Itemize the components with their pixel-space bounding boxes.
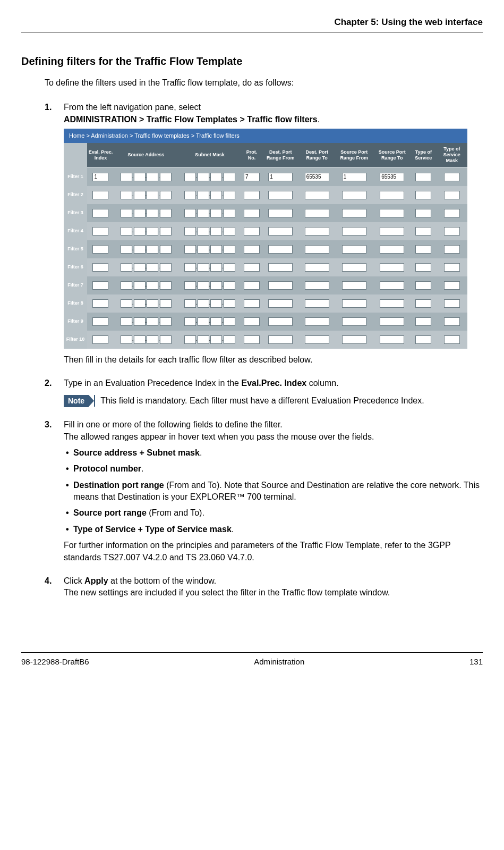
src-port-from-input[interactable] [342, 173, 366, 181]
tos-mask-input[interactable] [444, 245, 460, 254]
protocol-input[interactable] [244, 245, 260, 254]
dest-port-from-input[interactable] [268, 209, 293, 217]
ip-octet-input[interactable] [121, 299, 132, 308]
ip-octet-input[interactable] [224, 245, 235, 254]
tos-mask-input[interactable] [444, 191, 460, 199]
ip-octet-input[interactable] [224, 191, 235, 199]
src-port-to-input[interactable] [380, 335, 404, 344]
ip-octet-input[interactable] [210, 209, 222, 217]
eval-prec-input[interactable] [92, 209, 108, 217]
tos-input[interactable] [415, 209, 431, 217]
ip-octet-input[interactable] [147, 191, 158, 199]
ip-octet-input[interactable] [184, 173, 196, 181]
dest-port-to-input[interactable] [305, 173, 329, 181]
protocol-input[interactable] [244, 191, 260, 199]
dest-port-from-input[interactable] [268, 191, 293, 199]
ip-octet-input[interactable] [160, 191, 172, 199]
tos-input[interactable] [415, 281, 431, 290]
src-port-to-input[interactable] [380, 173, 404, 181]
tos-input[interactable] [415, 317, 431, 326]
ip-octet-input[interactable] [184, 263, 196, 272]
src-port-to-input[interactable] [380, 281, 404, 290]
protocol-input[interactable] [244, 263, 260, 272]
ip-octet-input[interactable] [134, 335, 146, 344]
eval-prec-input[interactable] [92, 317, 108, 326]
tos-mask-input[interactable] [444, 263, 460, 272]
ip-octet-input[interactable] [121, 335, 132, 344]
ip-octet-input[interactable] [198, 263, 209, 272]
src-port-from-input[interactable] [342, 209, 366, 217]
tos-input[interactable] [415, 245, 431, 254]
ip-octet-input[interactable] [198, 299, 209, 308]
ip-octet-input[interactable] [210, 281, 222, 290]
ip-octet-input[interactable] [210, 299, 222, 308]
src-port-to-input[interactable] [380, 227, 404, 235]
ip-octet-input[interactable] [198, 335, 209, 344]
tos-mask-input[interactable] [444, 227, 460, 235]
eval-prec-input[interactable] [92, 173, 108, 181]
protocol-input[interactable] [244, 209, 260, 217]
ip-octet-input[interactable] [184, 209, 196, 217]
ip-octet-input[interactable] [134, 227, 146, 235]
ip-octet-input[interactable] [160, 245, 172, 254]
ip-octet-input[interactable] [224, 281, 235, 290]
ip-octet-input[interactable] [147, 263, 158, 272]
ip-octet-input[interactable] [121, 209, 132, 217]
dest-port-from-input[interactable] [268, 245, 293, 254]
ip-octet-input[interactable] [134, 317, 146, 326]
ip-octet-input[interactable] [147, 227, 158, 235]
ip-octet-input[interactable] [224, 227, 235, 235]
ip-octet-input[interactable] [160, 299, 172, 308]
ip-octet-input[interactable] [160, 263, 172, 272]
tos-mask-input[interactable] [444, 281, 460, 290]
ip-octet-input[interactable] [184, 245, 196, 254]
ip-octet-input[interactable] [160, 317, 172, 326]
tos-mask-input[interactable] [444, 335, 460, 344]
src-port-from-input[interactable] [342, 191, 366, 199]
ip-octet-input[interactable] [134, 209, 146, 217]
dest-port-to-input[interactable] [305, 227, 329, 235]
ip-octet-input[interactable] [121, 191, 132, 199]
eval-prec-input[interactable] [92, 227, 108, 235]
ip-octet-input[interactable] [210, 173, 222, 181]
ip-octet-input[interactable] [134, 191, 146, 199]
tos-input[interactable] [415, 173, 431, 181]
dest-port-to-input[interactable] [305, 191, 329, 199]
ip-octet-input[interactable] [210, 227, 222, 235]
tos-input[interactable] [415, 299, 431, 308]
src-port-from-input[interactable] [342, 227, 366, 235]
ip-octet-input[interactable] [198, 245, 209, 254]
dest-port-from-input[interactable] [268, 299, 293, 308]
tos-input[interactable] [415, 227, 431, 235]
ip-octet-input[interactable] [160, 281, 172, 290]
src-port-to-input[interactable] [380, 299, 404, 308]
ip-octet-input[interactable] [184, 281, 196, 290]
ip-octet-input[interactable] [160, 335, 172, 344]
src-port-to-input[interactable] [380, 209, 404, 217]
ip-octet-input[interactable] [160, 173, 172, 181]
tos-mask-input[interactable] [444, 173, 460, 181]
src-port-from-input[interactable] [342, 299, 366, 308]
protocol-input[interactable] [244, 173, 260, 181]
tos-input[interactable] [415, 191, 431, 199]
tos-input[interactable] [415, 263, 431, 272]
ip-octet-input[interactable] [184, 335, 196, 344]
dest-port-to-input[interactable] [305, 317, 329, 326]
ip-octet-input[interactable] [121, 263, 132, 272]
ip-octet-input[interactable] [147, 173, 158, 181]
ip-octet-input[interactable] [210, 317, 222, 326]
ip-octet-input[interactable] [210, 263, 222, 272]
ip-octet-input[interactable] [210, 245, 222, 254]
ip-octet-input[interactable] [134, 245, 146, 254]
ip-octet-input[interactable] [121, 317, 132, 326]
src-port-from-input[interactable] [342, 335, 366, 344]
ip-octet-input[interactable] [184, 317, 196, 326]
ip-octet-input[interactable] [160, 227, 172, 235]
src-port-from-input[interactable] [342, 281, 366, 290]
eval-prec-input[interactable] [92, 245, 108, 254]
dest-port-to-input[interactable] [305, 335, 329, 344]
protocol-input[interactable] [244, 299, 260, 308]
ip-octet-input[interactable] [134, 263, 146, 272]
ip-octet-input[interactable] [198, 227, 209, 235]
ip-octet-input[interactable] [121, 173, 132, 181]
